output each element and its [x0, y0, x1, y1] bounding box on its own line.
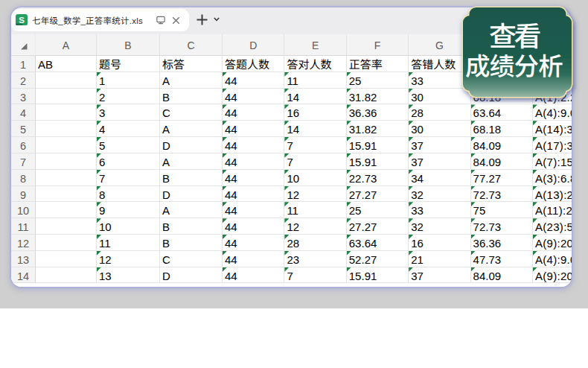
cell-B10[interactable]: 9 [97, 202, 160, 218]
cell-C2[interactable]: A [160, 72, 223, 89]
cell-C8[interactable]: B [160, 170, 223, 186]
cell-G13[interactable]: 21 [409, 251, 470, 267]
cell-I7[interactable]: A(7):15.91 [533, 153, 572, 170]
cell-B6[interactable]: 5 [97, 137, 160, 153]
cell-C9[interactable]: D [160, 186, 223, 203]
view-analysis-label[interactable]: 查看 成绩分析 [455, 19, 574, 80]
cell-E1[interactable]: 答对人数 [284, 56, 346, 72]
cell-D8[interactable]: 44 [223, 170, 284, 186]
cell-G7[interactable]: 37 [409, 153, 470, 170]
cell-H13[interactable]: 47.73 [471, 251, 533, 267]
cell-E10[interactable]: 11 [284, 202, 346, 218]
cell-D13[interactable]: 44 [223, 251, 284, 267]
cell-A10[interactable] [36, 202, 97, 218]
cell-A12[interactable] [36, 235, 97, 251]
cell-E5[interactable]: 14 [284, 121, 346, 137]
cell-F9[interactable]: 27.27 [347, 186, 409, 203]
cell-E9[interactable]: 12 [284, 186, 346, 203]
cell-G6[interactable]: 37 [409, 137, 470, 153]
cell-A13[interactable] [36, 251, 97, 267]
cell-G8[interactable]: 34 [409, 170, 470, 186]
cell-F13[interactable]: 52.27 [347, 251, 409, 267]
cell-F3[interactable]: 31.82 [347, 89, 409, 105]
row-header-8[interactable]: 8 [11, 170, 36, 186]
cell-G10[interactable]: 33 [409, 202, 470, 218]
column-header-C[interactable]: C [160, 34, 223, 56]
cell-H11[interactable]: 72.73 [471, 218, 533, 235]
cell-D5[interactable]: 44 [223, 121, 284, 137]
cell-F2[interactable]: 25 [347, 72, 409, 89]
cell-C6[interactable]: D [160, 137, 223, 153]
cell-I5[interactable]: A(14):31.82 [533, 121, 572, 137]
cell-C14[interactable]: D [160, 267, 223, 284]
cell-D2[interactable]: 44 [223, 72, 284, 89]
cell-C5[interactable]: A [160, 121, 223, 137]
row-header-3[interactable]: 3 [11, 89, 36, 105]
cell-A1[interactable]: AB [36, 56, 97, 72]
cell-E2[interactable]: 11 [284, 72, 346, 89]
cell-F11[interactable]: 27.27 [347, 218, 409, 235]
cell-D10[interactable]: 44 [223, 202, 284, 218]
cell-A6[interactable] [36, 137, 97, 153]
cell-F12[interactable]: 63.64 [347, 235, 409, 251]
cell-C7[interactable]: A [160, 153, 223, 170]
cell-H12[interactable]: 36.36 [471, 235, 533, 251]
cell-F14[interactable]: 15.91 [347, 267, 409, 284]
cell-E13[interactable]: 23 [284, 251, 346, 267]
cell-G4[interactable]: 28 [409, 104, 470, 121]
cell-E8[interactable]: 10 [284, 170, 346, 186]
cell-I14[interactable]: A(9):20.45 [533, 267, 572, 284]
cell-E4[interactable]: 16 [284, 104, 346, 121]
row-header-4[interactable]: 4 [11, 104, 36, 121]
cell-G14[interactable]: 37 [409, 267, 470, 284]
cell-B2[interactable]: 1 [97, 72, 160, 89]
cell-A2[interactable] [36, 72, 97, 89]
cell-I6[interactable]: A(17):38.64 [533, 137, 572, 153]
cell-I10[interactable]: A(11):25 [533, 202, 572, 218]
cell-B4[interactable]: 3 [97, 104, 160, 121]
cell-C12[interactable]: B [160, 235, 223, 251]
cell-I9[interactable]: A(13):29.55 [533, 186, 572, 203]
cell-H5[interactable]: 68.18 [471, 121, 533, 137]
cell-I8[interactable]: A(3):6.82 [533, 170, 572, 186]
tab-list-chevron-icon[interactable] [214, 17, 220, 22]
cell-I13[interactable]: A(4):9.09 [533, 251, 572, 267]
new-tab-button[interactable] [196, 14, 208, 25]
cell-E12[interactable]: 28 [284, 235, 346, 251]
cell-F10[interactable]: 25 [347, 202, 409, 218]
cell-G5[interactable]: 30 [409, 121, 470, 137]
close-tab-icon[interactable] [172, 16, 180, 25]
cell-C10[interactable]: A [160, 202, 223, 218]
row-header-2[interactable]: 2 [11, 72, 36, 89]
cell-H6[interactable]: 84.09 [471, 137, 533, 153]
cell-B1[interactable]: 题号 [97, 56, 160, 72]
cell-D6[interactable]: 44 [223, 137, 284, 153]
cell-A7[interactable] [36, 153, 97, 170]
cell-A9[interactable] [36, 186, 97, 203]
cell-H8[interactable]: 77.27 [471, 170, 533, 186]
cell-H4[interactable]: 63.64 [471, 104, 533, 121]
cell-A4[interactable] [36, 104, 97, 121]
cell-D9[interactable]: 44 [223, 186, 284, 203]
cell-A5[interactable] [36, 121, 97, 137]
cell-E11[interactable]: 12 [284, 218, 346, 235]
column-header-E[interactable]: E [284, 34, 346, 56]
cell-D14[interactable]: 44 [223, 267, 284, 284]
row-header-13[interactable]: 13 [11, 251, 36, 267]
cell-H7[interactable]: 84.09 [471, 153, 533, 170]
cell-G9[interactable]: 32 [409, 186, 470, 203]
cell-F5[interactable]: 31.82 [347, 121, 409, 137]
cell-I12[interactable]: A(9):20.45 [533, 235, 572, 251]
cell-I11[interactable]: A(23):52.27 [533, 218, 572, 235]
cell-D3[interactable]: 44 [223, 89, 284, 105]
cell-B3[interactable]: 2 [97, 89, 160, 105]
cell-G11[interactable]: 32 [409, 218, 470, 235]
column-header-A[interactable]: A [36, 34, 97, 56]
cell-H14[interactable]: 84.09 [471, 267, 533, 284]
cell-C11[interactable]: B [160, 218, 223, 235]
cell-B5[interactable]: 4 [97, 121, 160, 137]
cell-D12[interactable]: 44 [223, 235, 284, 251]
row-header-9[interactable]: 9 [11, 186, 36, 203]
row-header-10[interactable]: 10 [11, 202, 36, 218]
cell-I4[interactable]: A(4):9.09 [533, 104, 572, 121]
